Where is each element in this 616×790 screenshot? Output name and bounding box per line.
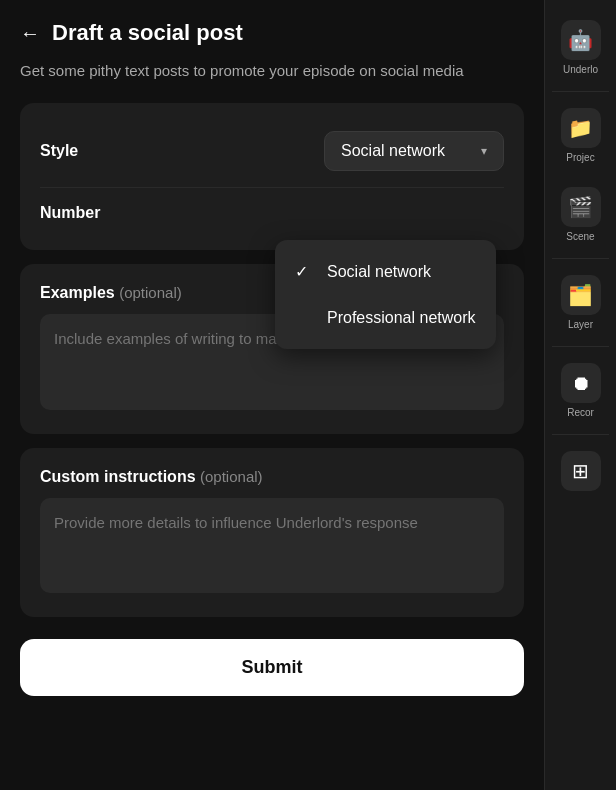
instructions-card: Custom instructions (optional)	[20, 448, 524, 618]
sidebar-divider-2	[552, 258, 609, 259]
layers-icon: 🗂️	[561, 275, 601, 315]
sidebar-divider-3	[552, 346, 609, 347]
number-label: Number	[40, 204, 100, 222]
right-sidebar: 🤖 Underlo 📁 Projec 🎬 Scene 🗂️ Layer ⏺ Re…	[544, 0, 616, 790]
examples-label: Examples (optional)	[40, 284, 182, 301]
instructions-textarea[interactable]	[40, 498, 504, 594]
dropdown-option-social-label: Social network	[327, 263, 431, 281]
number-row: Number	[40, 187, 504, 230]
sidebar-label-projects: Projec	[566, 152, 594, 163]
sidebar-item-scene[interactable]: 🎬 Scene	[545, 175, 616, 254]
instructions-label: Custom instructions (optional)	[40, 468, 263, 485]
sidebar-divider-4	[552, 434, 609, 435]
back-button[interactable]: ←	[20, 23, 40, 43]
sidebar-item-grid[interactable]: ⊞	[545, 439, 616, 503]
sidebar-label-underlord: Underlo	[563, 64, 598, 75]
submit-button[interactable]: Submit	[20, 639, 524, 696]
sidebar-item-projects[interactable]: 📁 Projec	[545, 96, 616, 175]
style-number-card: Style Social network ▾ Number	[20, 103, 524, 250]
instructions-optional: (optional)	[200, 468, 263, 485]
main-content: ← Draft a social post Get some pithy tex…	[0, 0, 544, 790]
projects-icon: 📁	[561, 108, 601, 148]
style-selected-value: Social network	[341, 142, 445, 160]
dropdown-arrow-icon: ▾	[481, 144, 487, 158]
header: ← Draft a social post	[20, 20, 524, 46]
sidebar-item-underlord[interactable]: 🤖 Underlo	[545, 8, 616, 87]
examples-optional: (optional)	[119, 284, 182, 301]
checkmark-icon: ✓	[295, 262, 315, 281]
grid-icon: ⊞	[561, 451, 601, 491]
style-label: Style	[40, 142, 78, 160]
dropdown-option-social[interactable]: ✓ Social network	[275, 248, 496, 295]
sidebar-label-record: Recor	[567, 407, 594, 418]
style-dropdown-menu: ✓ Social network Professional network	[275, 240, 496, 349]
page-title: Draft a social post	[52, 20, 243, 46]
sidebar-label-layers: Layer	[568, 319, 593, 330]
dropdown-option-professional-label: Professional network	[327, 309, 476, 327]
sidebar-item-layers[interactable]: 🗂️ Layer	[545, 263, 616, 342]
underlord-icon: 🤖	[561, 20, 601, 60]
scene-icon: 🎬	[561, 187, 601, 227]
sidebar-divider-1	[552, 91, 609, 92]
page-subtitle: Get some pithy text posts to promote you…	[20, 60, 524, 81]
style-row: Style Social network ▾	[40, 123, 504, 179]
instructions-label-block: Custom instructions (optional)	[40, 468, 504, 486]
style-dropdown-button[interactable]: Social network ▾	[324, 131, 504, 171]
record-icon: ⏺	[561, 363, 601, 403]
dropdown-option-professional[interactable]: Professional network	[275, 295, 496, 341]
sidebar-label-scene: Scene	[566, 231, 594, 242]
sidebar-item-record[interactable]: ⏺ Recor	[545, 351, 616, 430]
